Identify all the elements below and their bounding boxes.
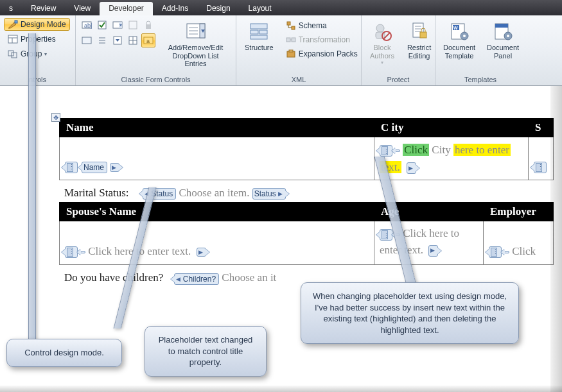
svg-point-58: [463, 35, 466, 37]
name-cell[interactable]: Name ▶: [60, 137, 374, 180]
children-tag-left[interactable]: ◀ Children?: [174, 273, 219, 285]
col-city-header: C ity: [374, 119, 529, 137]
callout-3-text: When changing placeholder text using des…: [313, 291, 507, 335]
design-mode-label: Design Mode: [21, 20, 66, 29]
col-spouse-header: Spouse's Name: [60, 203, 374, 221]
design-mode-button[interactable]: Design Mode: [4, 18, 70, 31]
col-name-header: Name: [60, 119, 374, 137]
s-cell[interactable]: [529, 137, 554, 180]
frame-control-icon[interactable]: [126, 18, 140, 32]
status-tag-right[interactable]: Status ▶: [252, 188, 286, 200]
age-placeholder-1: Click here to: [403, 227, 459, 239]
block-authors-button[interactable]: Block Authors ▾: [365, 18, 399, 69]
tab-layout[interactable]: Layout: [240, 2, 281, 15]
dropdown-entries-button[interactable]: Add/Remove/Edit DropDown List Entries: [159, 18, 232, 71]
transformation-icon: [286, 35, 296, 44]
tab-view[interactable]: View: [65, 2, 100, 15]
schema-button[interactable]: Schema: [282, 19, 362, 32]
group-controls-label: ntrols: [4, 74, 71, 84]
svg-rect-41: [292, 38, 295, 42]
document-area: ✥ Name C ity S Name ▶ Click City here to…: [0, 86, 562, 287]
group-templates-label: Templates: [439, 74, 522, 84]
expansion-label: Expansion Packs: [299, 49, 358, 58]
group-classic-label: Classic Form Controls: [80, 74, 232, 84]
ribbon-tabstrip: s Review View Developer Add-Ins Design L…: [0, 0, 562, 15]
dropdown-control-icon[interactable]: [110, 33, 125, 47]
tab-design[interactable]: Design: [197, 2, 239, 15]
document-template-label: Document Template: [443, 44, 475, 60]
svg-rect-33: [250, 30, 258, 34]
svg-rect-35: [250, 35, 267, 39]
city-click: Click: [403, 144, 429, 156]
svg-rect-1: [15, 21, 17, 23]
svg-rect-5: [8, 51, 13, 56]
marital-status-line: Marital Status: ◀ Status Choose an item.…: [59, 180, 562, 202]
tab-review[interactable]: Review: [22, 2, 65, 15]
properties-label: Properties: [21, 35, 56, 44]
transformation-button[interactable]: Transformation: [282, 33, 362, 46]
svg-text:ab|: ab|: [84, 22, 92, 29]
svg-rect-37: [292, 26, 295, 30]
children-placeholder[interactable]: Choose an it: [222, 271, 276, 284]
svg-point-45: [376, 24, 384, 32]
structure-button[interactable]: Structure: [240, 18, 278, 55]
expansion-packs-button[interactable]: Expansion Packs: [282, 47, 362, 60]
group-button[interactable]: Group ▾: [4, 47, 51, 60]
svg-rect-60: [495, 24, 508, 28]
city-rest: here to enter: [453, 144, 511, 156]
combo-control-icon[interactable]: [110, 18, 125, 32]
document-panel-button[interactable]: Document Panel: [483, 18, 523, 63]
tab-developer[interactable]: Developer: [100, 2, 153, 15]
tab-addins[interactable]: Add-Ins: [153, 2, 197, 15]
svg-text:W: W: [453, 26, 458, 30]
svg-rect-6: [12, 53, 17, 58]
document-panel-icon: [493, 21, 513, 42]
employer-cell[interactable]: Click: [484, 221, 554, 265]
lock-control-icon[interactable]: [141, 18, 155, 32]
list-control-icon[interactable]: [95, 33, 109, 47]
marital-status-label: Marital Status:: [64, 187, 129, 199]
col-s-header: S: [529, 119, 554, 137]
spouse-cell[interactable]: Click here to enter text. ▶: [60, 221, 374, 265]
bottom-shadow: [0, 386, 562, 392]
svg-rect-53: [420, 32, 426, 38]
callout-design-mode: Control design mode.: [6, 339, 122, 367]
tab-cut[interactable]: s: [0, 2, 22, 15]
form-table-1: Name C ity S Name ▶ Click City here to e…: [59, 118, 554, 180]
svg-rect-40: [286, 38, 290, 42]
grid-control-icon[interactable]: [126, 33, 140, 47]
svg-rect-14: [146, 24, 151, 29]
svg-rect-13: [129, 21, 137, 29]
document-template-icon: W: [449, 21, 470, 42]
callout-1-text: Control design mode.: [24, 348, 104, 357]
textbox-control-icon[interactable]: ab|: [80, 18, 94, 32]
name-tag: Name: [82, 162, 107, 173]
restrict-editing-button[interactable]: Restrict Editing: [403, 18, 435, 63]
structure-icon: [249, 21, 269, 42]
svg-text:a: a: [146, 38, 150, 44]
expansion-icon: [286, 49, 296, 58]
group-xml-label: XML: [240, 74, 357, 84]
classic-controls-gallery: ab| a: [80, 18, 155, 47]
schema-icon: [286, 21, 296, 30]
legacy-control-icon[interactable]: [80, 33, 94, 47]
svg-rect-15: [82, 37, 91, 44]
transformation-label: Transformation: [299, 35, 350, 44]
restrict-editing-icon: [409, 21, 430, 42]
svg-rect-32: [250, 24, 267, 29]
group-protect-label: Protect: [365, 74, 431, 84]
col-employer-header: Employer: [484, 203, 554, 221]
dropdown-arrow-icon: ▾: [381, 60, 383, 65]
table-move-handle-icon[interactable]: ✥: [51, 113, 60, 122]
checkbox-control-icon[interactable]: [95, 18, 109, 32]
choose-item-placeholder[interactable]: Choose an item.: [179, 187, 249, 199]
restrict-editing-label: Restrict Editing: [407, 44, 431, 60]
field-shading-icon[interactable]: a: [141, 33, 155, 47]
svg-point-62: [507, 35, 509, 37]
document-template-button[interactable]: W Document Template: [439, 18, 479, 63]
age-cell[interactable]: Click here to enter text. ▶: [374, 221, 484, 265]
city-cell[interactable]: Click City here to enter text. ▶: [374, 137, 529, 180]
callout-tip: When changing placeholder text using des…: [301, 282, 519, 344]
callout-placeholder: Placeholder text changed to match contro…: [145, 326, 267, 377]
block-authors-label: Block Authors: [370, 44, 394, 60]
